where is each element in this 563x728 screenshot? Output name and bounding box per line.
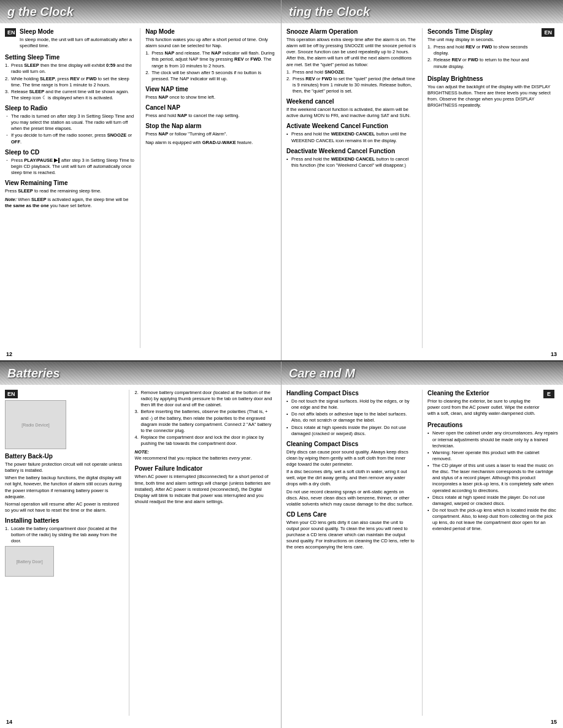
page-15: Care and M Handling Compact Discs Do not… [282, 362, 563, 728]
snooze-steps-list: Press and hold SNOOZE. Press REV or FWD … [286, 69, 417, 95]
snooze-step-2: Press REV or FWD to set the "quiet" peri… [286, 76, 417, 94]
backup-text1: The power failure protection circuit wil… [5, 461, 124, 474]
top-section: g the Clock EN Sleep Mode In sleep mode,… [0, 0, 563, 362]
header-grunge-13 [282, 0, 563, 23]
power-failure-title: Power Failure Indicator [134, 465, 276, 472]
page-15-col1: Handling Compact Discs Do not touch the … [286, 390, 417, 716]
page-num-12: 12 [6, 351, 12, 357]
precaution-5: Do not touch the pick-up lens which is l… [427, 507, 558, 533]
cleaning-disc-text1: Dirty discs can cause poor sound quality… [286, 449, 417, 468]
page-12-content: EN Sleep Mode In sleep mode, the unit wi… [0, 23, 281, 360]
note-text: Note: When SLEEP is activated again, the… [5, 197, 135, 209]
page-13-content: Snooze Alarm Operation This operation al… [282, 23, 563, 360]
header-grunge [0, 0, 281, 23]
weekend-text: If the weekend cancel function is activa… [286, 107, 417, 119]
handling-item-1: Do not touch the signal surfaces. Hold b… [286, 398, 417, 411]
seconds-step-1: Press and hold REV or FWD to show second… [427, 44, 539, 56]
view-remaining-title: View Remaining Time [5, 180, 135, 186]
sleep-step-3: Release SLEEP and the current time will … [5, 89, 135, 101]
page-num-15: 15 [551, 719, 557, 725]
col-divider-12 [140, 28, 140, 348]
view-nap-text: Press NAP once to show time left. [145, 94, 276, 100]
page-14-col1: EN [Radio Device] Battery Back-Up The po… [5, 390, 124, 716]
sleep-step-1: Press SLEEP then the time display will e… [5, 63, 135, 75]
cancel-nap-title: Cancel NAP [145, 104, 276, 111]
page-12: g the Clock EN Sleep Mode In sleep mode,… [0, 0, 282, 360]
precaution-2: Warning: Never operate this product with… [427, 450, 558, 462]
seconds-title: Seconds Time Display [427, 28, 539, 35]
cancel-nap-text: Press and hold NAP to cancel the nap set… [145, 113, 276, 119]
snooze-step-1: Press and hold SNOOZE. [286, 69, 417, 75]
backup-text2: When the battery backup functions, the d… [5, 475, 124, 500]
col-divider-13 [422, 28, 423, 348]
nap-step-1: Press NAP and release. The NAP indicator… [145, 50, 276, 69]
handling-list: Do not touch the signal surfaces. Hold b… [286, 398, 417, 437]
snooze-title: Snooze Alarm Operation [286, 28, 417, 35]
installing-title: Installing batteries [5, 517, 124, 524]
page-12-header: g the Clock [0, 0, 281, 23]
nap-mode-text: This function wakes you up after a short… [145, 37, 276, 49]
cleaning-disc-title: Cleaning Compact Discs [286, 441, 417, 447]
backup-title: Battery Back-Up [5, 453, 124, 460]
backup-text3: Normal operation will resume after AC po… [5, 501, 124, 514]
deactivate-title: Deactivate Weekend Cancel Function [286, 148, 417, 154]
stop-nap-text: Press NAP or follow "Turning off Alarm". [145, 131, 276, 137]
sleep-mode-intro: In sleep mode, the unit will turn off au… [20, 37, 135, 49]
page-13: ting the Clock Snooze Alarm Operation Th… [282, 0, 563, 360]
header-grunge-15 [282, 362, 563, 385]
nap-step-2: The clock will be shown after 5 seconds … [145, 70, 276, 82]
power-failure-text: When AC power is interrupted (disconnect… [134, 474, 276, 505]
sleep-cd-title: Sleep to CD [5, 149, 135, 156]
sleep-step-2: While holding SLEEP, press REV or FWD to… [5, 76, 135, 88]
page-num-13: 13 [551, 351, 557, 357]
handling-item-3: Discs rotate at high speeds inside the p… [286, 425, 417, 437]
weekend-title: Weekend cancel [286, 98, 417, 105]
sleep-cd-1: Press PLAY/PAUSE ▶‖ after step 3 in Sett… [5, 157, 135, 176]
page-15-header: Care and M [282, 362, 563, 385]
cleaning-disc-text3: Do not use record cleaning sprays or ant… [286, 489, 417, 507]
col-divider-15 [422, 390, 423, 716]
deactivate-item-1: Press and hold the WEEKEND CANCEL button… [286, 156, 417, 169]
cd-lens-title: CD Lens Care [286, 511, 417, 518]
stop-nap-title: Stop the Nap alarm [145, 123, 276, 129]
seconds-steps-list: Press and hold REV or FWD to show second… [427, 44, 539, 70]
page-12-col2: Nap Mode This function wakes you up afte… [145, 28, 276, 348]
seconds-step-2: Release REV or FWD to return to the hour… [427, 57, 539, 69]
note-label: Note: [5, 197, 17, 202]
col-divider-14 [129, 390, 129, 716]
device-image: [Radio Device] [5, 400, 66, 449]
deactivate-list: Press and hold the WEEKEND CANCEL button… [286, 156, 417, 169]
sleep-radio-title: Sleep to Radio [5, 105, 135, 112]
en-badge-12: EN [5, 28, 16, 37]
sleep-radio-1: The radio is turned on after step 3 in S… [5, 113, 135, 132]
page-num-14: 14 [6, 719, 12, 725]
precautions-title: Precautions [427, 422, 558, 428]
header-grunge-14 [0, 362, 281, 385]
view-remaining-text: Press SLEEP to read the remaining sleep … [5, 188, 135, 194]
page-14: Batteries EN [Radio Device] Battery Back… [0, 362, 282, 728]
page-14-content: EN [Radio Device] Battery Back-Up The po… [0, 385, 281, 728]
en-badge-15: E [543, 390, 554, 398]
page-13-col2: Seconds Time Display The unit may displa… [427, 28, 558, 348]
nap-steps-list: Press NAP and release. The NAP indicator… [145, 50, 276, 82]
battery-image: [Battery Door] [5, 546, 54, 577]
precautions-list: Never open the cabinet under any circums… [427, 430, 558, 532]
cleaning-disc-text2: If a disc becomes dirty, wet a soft clot… [286, 469, 417, 487]
nap-grad-text: Nap alarm is equipped with GRAD-U-WAKE f… [145, 140, 276, 146]
cleaning-ext-text: Prior to cleaning the exterior, be sure … [427, 398, 541, 417]
sleep-radio-2: If you decide to turn off the radio soon… [5, 132, 135, 145]
sleep-radio-list: The radio is turned on after step 3 in S… [5, 113, 135, 145]
install-step-1: Locate the battery compartment door (loc… [5, 526, 124, 544]
page-14-col2: Remove battery compartment door (located… [134, 390, 276, 716]
note-label-14: NOTE: [134, 449, 148, 455]
setting-sleep-title: Setting Sleep Time [5, 54, 135, 61]
remove-step-3: Before inserting the batteries, observe … [134, 409, 276, 434]
cd-lens-text: When your CD lens gets dirty it can also… [286, 520, 417, 551]
bottom-section: Batteries EN [Radio Device] Battery Back… [0, 362, 563, 728]
page-13-header: ting the Clock [282, 0, 563, 23]
setting-sleep-list: Press SLEEP then the time display will e… [5, 63, 135, 101]
page-15-col2: Cleaning the Exterior Prior to cleaning … [427, 390, 558, 716]
sleep-cd-list: Press PLAY/PAUSE ▶‖ after step 3 in Sett… [5, 157, 135, 176]
activate-item-1: Press and hold the WEEKEND CANCEL button… [286, 131, 417, 143]
page-13-col1: Snooze Alarm Operation This operation al… [286, 28, 417, 348]
